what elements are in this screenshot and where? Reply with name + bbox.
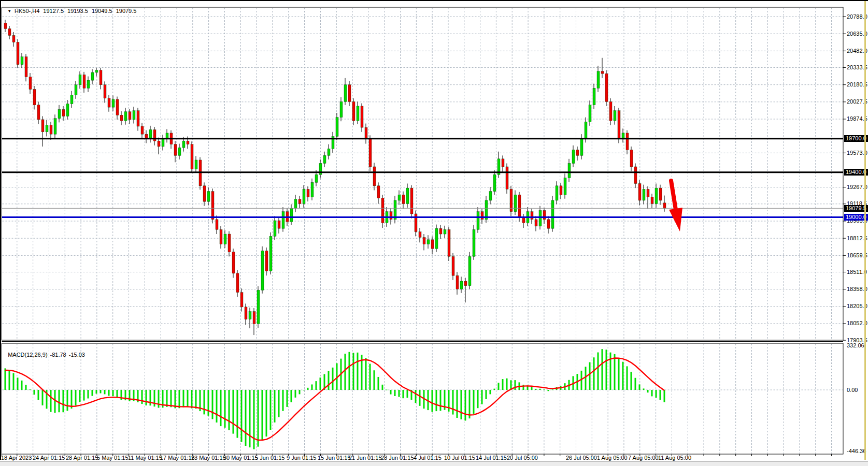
bar-high-value: 19193.5 xyxy=(67,8,88,14)
bar-low-value: 19049.5 xyxy=(92,8,112,14)
time-axis-label: 11 May 01:15 xyxy=(128,455,162,461)
time-axis-label: 24 Apr 01:15 xyxy=(33,455,65,461)
time-axis-label: 23 May 01:15 xyxy=(191,455,226,461)
time-axis-label: 4 Jul 01:15 xyxy=(414,455,442,461)
macd-main-value: -81.78 xyxy=(50,352,66,358)
time-axis-label: 9 Jun 01:15 xyxy=(287,455,317,461)
symbol-period-label: HK50-,H4 xyxy=(15,8,39,14)
time-axis-label: 26 Jul 05:00 xyxy=(566,455,597,461)
time-axis-label: 10 Jul 01:15 xyxy=(444,455,475,461)
bar-open-value: 19127.5 xyxy=(43,8,64,14)
macd-axis-label: 332.06 xyxy=(847,343,864,348)
time-axis-label: 14 Jul 01:15 xyxy=(476,455,507,461)
time-axis-label: 7 Aug 05:00 xyxy=(628,455,659,461)
chevron-down-icon[interactable]: ▼ xyxy=(7,9,11,13)
time-axis-label: 11 Aug 05:00 xyxy=(658,455,691,461)
time-axis-label: 5 May 01:15 xyxy=(97,455,129,461)
time-axis-label: 28 Jun 01:15 xyxy=(381,455,414,461)
time-axis-label: 28 Apr 01:15 xyxy=(66,455,98,461)
macd-axis-label: -446.36 xyxy=(847,448,866,454)
time-axis-label: 17 May 01:15 xyxy=(160,455,195,461)
window-bottom-strip xyxy=(0,461,868,466)
macd-indicator xyxy=(5,349,665,449)
time-axis-label: 18 Apr 2023 xyxy=(1,455,32,461)
chart-canvas[interactable] xyxy=(0,0,868,466)
macd-signal-value: -15.03 xyxy=(69,352,85,358)
symbol-header: ▼HK50-,H419127.519193.519049.519079.5 xyxy=(4,2,140,14)
panel-borders xyxy=(2,7,844,454)
grid-lines xyxy=(3,8,843,454)
macd-header: MACD(12,26,9)-81.78-15.03 xyxy=(5,345,88,358)
bar-close-value: 19079.5 xyxy=(116,8,137,14)
window-edge-strip xyxy=(864,1,866,460)
time-axis-label: 30 May 01:15 xyxy=(223,455,258,461)
time-axis-label: 15 Jun 01:15 xyxy=(318,455,351,461)
time-axis-label: 20 Jul 05:00 xyxy=(507,455,538,461)
time-axis-label: 1 Aug 05:00 xyxy=(597,455,628,461)
macd-indicator-name: MACD(12,26,9) xyxy=(8,352,47,358)
red-down-arrow-annotation[interactable] xyxy=(669,181,682,231)
candlestick-series xyxy=(4,20,666,335)
time-axis-label: 5 Jun 01:15 xyxy=(255,455,285,461)
macd-axis-label: 0.00 xyxy=(847,387,858,393)
time-axis-label: 21 Jun 01:15 xyxy=(349,455,382,461)
horizontal-level-lines[interactable] xyxy=(2,139,844,217)
